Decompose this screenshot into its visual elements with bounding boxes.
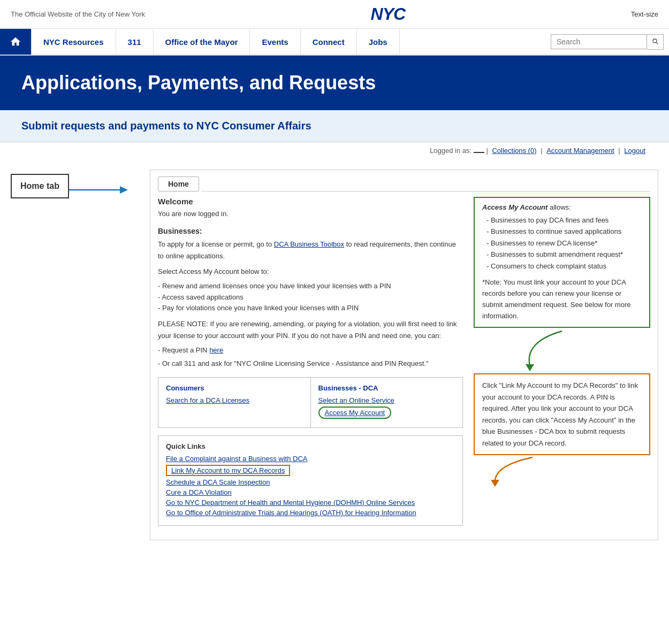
quick-links-title: Quick Links xyxy=(166,442,455,450)
quick-links-box: Quick Links File a Complaint against a B… xyxy=(158,435,463,526)
home-tab-annotation: Home tab xyxy=(11,170,134,201)
services-boxes: Consumers Search for a DCA Licenses Busi… xyxy=(158,377,463,428)
welcome-section: Welcome You are now logged in. xyxy=(158,197,463,219)
nav-connect[interactable]: Connect xyxy=(301,29,357,55)
orange-arrow xyxy=(490,457,586,484)
access-my-account-info-box: Access My Account allows: - Businesses t… xyxy=(474,197,650,328)
quick-link-2-highlighted[interactable]: Link My Account to my DCA Records xyxy=(166,465,290,476)
link-account-text: Click "Link My Account to my DCA Records… xyxy=(482,380,642,449)
list-item-2: Access saved applications xyxy=(158,292,463,303)
nav-home-button[interactable] xyxy=(0,29,32,55)
nav-events[interactable]: Events xyxy=(250,29,300,55)
main-content: Home tab Home Welcome You are xyxy=(0,159,669,551)
ama-item-2: - Businesses to continue saved applicati… xyxy=(486,226,642,237)
svg-marker-2 xyxy=(526,364,534,371)
request-pin-text: - Request a PIN xyxy=(158,346,208,354)
username-display xyxy=(474,152,484,153)
nav-bar: NYC Resources 311 Office of the Mayor Ev… xyxy=(0,29,669,56)
businesses-dca-title: Businesses - DCA xyxy=(318,384,455,392)
consumers-title: Consumers xyxy=(166,384,303,392)
nav-office-of-mayor[interactable]: Office of the Mayor xyxy=(154,29,250,55)
ama-item-1: - Businesses to pay DCA fines and fees xyxy=(486,214,642,226)
search-dca-link[interactable]: Search for a DCA Licenses xyxy=(166,396,303,404)
home-tab-label: Home tab xyxy=(11,174,69,198)
text-size-label: Text-size xyxy=(631,10,658,18)
logout-link[interactable]: Logout xyxy=(624,147,645,155)
nav-jobs[interactable]: Jobs xyxy=(357,29,400,55)
ama-item-5-text: Consumers to check complaint status xyxy=(491,262,606,270)
home-icon xyxy=(10,36,21,48)
businesses-title: Businesses: xyxy=(158,227,463,235)
here-link[interactable]: here xyxy=(209,346,223,354)
ama-item-3-text: Businesses to renew DCA license* xyxy=(491,239,597,247)
quick-link-6[interactable]: Go to Office of Administrative Trials an… xyxy=(166,509,455,517)
green-arrow xyxy=(514,331,610,369)
nav-nyc-resources[interactable]: NYC Resources xyxy=(32,29,116,55)
select-online-service-link[interactable]: Select an Online Service xyxy=(318,396,455,404)
dca-toolbox-link[interactable]: DCA Business Toolbox xyxy=(274,240,344,248)
ama-title-line: Access My Account allows: xyxy=(482,203,642,211)
ama-item-2-text: Businesses to continue saved application… xyxy=(491,227,621,235)
ama-item-4: - Businesses to submit amendment request… xyxy=(486,249,642,260)
ama-item-3: - Businesses to renew DCA license* xyxy=(486,237,642,249)
ama-note: *Note: You must link your account to you… xyxy=(482,277,642,321)
sub-header: Submit requests and payments to NYC Cons… xyxy=(0,110,669,142)
search-icon xyxy=(651,37,659,45)
quick-link-4[interactable]: Cure a DCA Violation xyxy=(166,488,455,496)
quick-link-3[interactable]: Schedule a DCA Scale Inspection xyxy=(166,478,455,486)
main-content-col: Home Welcome You are now logged in. Busi… xyxy=(150,170,658,540)
call-311: - Or call 311 and ask for "NYC Online Li… xyxy=(158,358,463,369)
ama-item-4-text: Businesses to submit amendment request* xyxy=(491,250,623,258)
nav-office-of-mayor-label: Office of the Mayor xyxy=(165,37,238,47)
orange-arrow-container xyxy=(490,457,650,486)
account-management-link[interactable]: Account Management xyxy=(546,147,614,155)
logged-in-label: Logged in as: xyxy=(430,147,472,155)
ama-list: - Businesses to pay DCA fines and fees -… xyxy=(482,214,642,272)
businesses-section: Businesses: To apply for a license or pe… xyxy=(158,227,463,369)
list-item-1: Renew and amend licenses once you have l… xyxy=(158,281,463,292)
official-text: The Official Website of the City of New … xyxy=(11,10,145,18)
nav-311[interactable]: 311 xyxy=(116,29,154,55)
search-area xyxy=(545,29,669,55)
collections-link[interactable]: Collections (0) xyxy=(492,147,536,155)
login-bar: Logged in as: | Collections (0) | Accoun… xyxy=(0,142,669,159)
access-my-account-link[interactable]: Access My Account xyxy=(318,407,392,419)
businesses-dca-box: Businesses - DCA Select an Online Servic… xyxy=(311,378,463,427)
search-input[interactable] xyxy=(551,34,647,49)
text-size-control[interactable]: Text-size xyxy=(631,10,658,18)
annotation-arrow xyxy=(69,179,128,201)
content-inner: Welcome You are now logged in. Businesse… xyxy=(158,197,650,533)
ama-title: Access My Account xyxy=(482,203,548,211)
businesses-intro: To apply for a license or permit, go to … xyxy=(158,239,463,262)
ama-item-1-text: Businesses to pay DCA fines and fees xyxy=(491,216,609,224)
select-text: Select Access My Account below to: xyxy=(158,266,463,277)
search-button[interactable] xyxy=(647,34,664,50)
svg-marker-3 xyxy=(491,480,499,487)
sub-title: Submit requests and payments to NYC Cons… xyxy=(21,120,648,132)
request-pin: - Request a PIN here xyxy=(158,344,463,356)
top-bar: The Official Website of the City of New … xyxy=(0,0,669,29)
please-note: PLEASE NOTE: If you are renewing, amendi… xyxy=(158,318,463,341)
businesses-intro-text: To apply for a license or permit, go to xyxy=(158,240,272,248)
tab-panel: Home Welcome You are now logged in. Busi… xyxy=(150,170,658,540)
businesses-list: Renew and amend licenses once you have l… xyxy=(158,281,463,314)
page-title: Applications, Payments, and Requests xyxy=(21,72,648,94)
list-item-3: Pay for violations once you have linked … xyxy=(158,303,463,314)
quick-link-1[interactable]: File a Complaint against a Business with… xyxy=(166,455,455,463)
home-tab[interactable]: Home xyxy=(158,177,199,191)
right-info-boxes: Access My Account allows: - Businesses t… xyxy=(474,197,650,533)
green-arrow-container xyxy=(474,331,650,370)
welcome-text: You are now logged in. xyxy=(158,208,463,219)
hero-banner: Applications, Payments, and Requests xyxy=(0,56,669,110)
ama-item-5: - Consumers to check complaint status xyxy=(486,260,642,272)
tab-row: Home xyxy=(158,177,650,191)
welcome-title: Welcome xyxy=(158,197,463,206)
quick-link-5[interactable]: Go to NYC Department of Health and Menta… xyxy=(166,499,455,507)
consumers-box: Consumers Search for a DCA Licenses xyxy=(158,378,311,427)
svg-marker-1 xyxy=(120,186,128,194)
content-main: Welcome You are now logged in. Businesse… xyxy=(158,197,463,533)
nyc-logo-text: NYC xyxy=(371,4,406,24)
nyc-logo: NYC xyxy=(371,4,406,24)
ama-title-suffix: allows: xyxy=(548,203,571,211)
link-account-info-box: Click "Link My Account to my DCA Records… xyxy=(474,373,650,455)
